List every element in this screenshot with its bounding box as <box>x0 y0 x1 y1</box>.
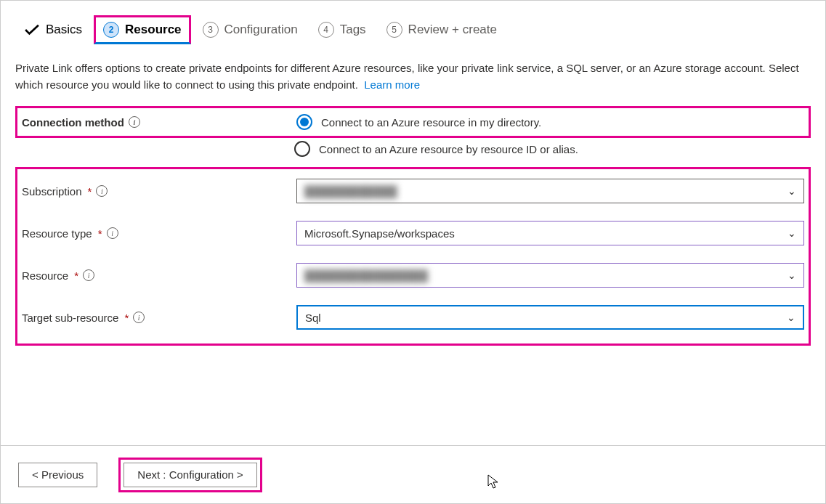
resource-type-select[interactable]: Microsoft.Synapse/workspaces ⌄ <box>296 221 804 245</box>
resource-type-row: Resource type * i Microsoft.Synapse/work… <box>22 219 804 248</box>
label-text: Resource type <box>22 227 92 240</box>
tab-basics[interactable]: Basics <box>15 17 91 43</box>
required-asterisk: * <box>98 227 102 240</box>
tab-label: Tags <box>340 23 366 37</box>
check-icon <box>24 24 40 36</box>
description-text: Private Link offers options to create pr… <box>15 60 811 93</box>
required-asterisk: * <box>88 185 92 198</box>
select-value: Sql <box>305 312 321 324</box>
required-asterisk: * <box>124 312 129 324</box>
learn-more-link[interactable]: Learn more <box>364 78 420 91</box>
tab-label: Configuration <box>224 23 298 37</box>
resource-label: Resource * i <box>22 269 296 282</box>
target-sub-resource-label: Target sub-resource * i <box>22 312 296 324</box>
connection-method-row-alt: Connect to an Azure resource by resource… <box>15 138 811 167</box>
resource-fields-section: Subscription * i ████████████ ⌄ Resource… <box>15 167 811 346</box>
tab-configuration[interactable]: 3 Configuration <box>194 16 307 44</box>
tab-review-create[interactable]: 5 Review + create <box>378 16 506 44</box>
label-text: Target sub-resource <box>22 312 118 324</box>
info-icon[interactable]: i <box>133 312 145 323</box>
label-text: Subscription <box>22 185 82 198</box>
info-icon[interactable]: i <box>83 269 94 281</box>
chevron-down-icon: ⌄ <box>787 269 796 281</box>
chevron-down-icon: ⌄ <box>787 227 796 239</box>
resource-row: Resource * i ████████████████ ⌄ <box>22 261 804 290</box>
tab-label: Review + create <box>408 23 497 37</box>
wizard-tabs: Basics 2 Resource 3 Configuration 4 Tags… <box>15 15 811 44</box>
previous-button[interactable]: < Previous <box>18 463 97 487</box>
info-icon[interactable]: i <box>129 116 140 128</box>
label-text: Connection method <box>22 116 124 129</box>
step-number: 4 <box>318 22 334 38</box>
radio-label: Connect to an Azure resource in my direc… <box>321 116 541 129</box>
radio-connect-by-id[interactable]: Connect to an Azure resource by resource… <box>294 141 806 157</box>
tab-tags[interactable]: 4 Tags <box>309 16 375 44</box>
radio-label: Connect to an Azure resource by resource… <box>319 143 578 155</box>
connection-method-row: Connection method i Connect to an Azure … <box>15 106 811 138</box>
next-configuration-button[interactable]: Next : Configuration > <box>124 463 257 487</box>
subscription-select[interactable]: ████████████ ⌄ <box>296 179 804 203</box>
select-value: Microsoft.Synapse/workspaces <box>304 227 455 240</box>
tab-label: Basics <box>46 23 82 37</box>
connection-method-label: Connection method i <box>22 116 296 129</box>
wizard-footer: < Previous Next : Configuration > <box>1 445 825 503</box>
select-value: ████████████ <box>304 185 397 198</box>
tab-resource[interactable]: 2 Resource <box>94 15 190 44</box>
info-icon[interactable]: i <box>96 185 108 197</box>
step-number: 5 <box>386 22 402 38</box>
chevron-down-icon: ⌄ <box>787 312 795 323</box>
radio-connect-my-directory[interactable]: Connect to an Azure resource in my direc… <box>296 114 804 130</box>
target-sub-resource-select[interactable]: Sql ⌄ <box>296 305 804 330</box>
target-sub-resource-row: Target sub-resource * i Sql ⌄ <box>22 303 804 332</box>
chevron-down-icon: ⌄ <box>787 185 796 197</box>
tab-label: Resource <box>125 23 181 37</box>
subscription-label: Subscription * i <box>22 185 296 198</box>
select-value: ████████████████ <box>304 269 428 282</box>
info-icon[interactable]: i <box>107 227 118 239</box>
radio-icon <box>296 114 312 130</box>
required-asterisk: * <box>74 269 78 282</box>
subscription-row: Subscription * i ████████████ ⌄ <box>22 176 804 206</box>
resource-type-label: Resource type * i <box>22 227 296 240</box>
label-text: Resource <box>22 269 68 282</box>
step-number: 2 <box>103 22 119 38</box>
resource-select[interactable]: ████████████████ ⌄ <box>296 263 804 288</box>
radio-icon <box>294 141 310 157</box>
step-number: 3 <box>203 22 219 38</box>
